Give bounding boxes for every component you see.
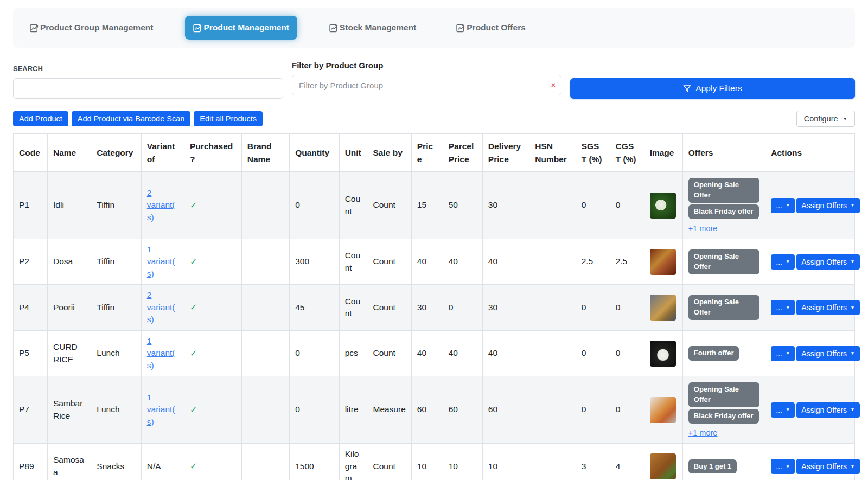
caret-down-icon: ▼ [786,203,790,208]
assign-offers-button[interactable]: Assign Offers ▼ [796,198,859,213]
apply-filters-button[interactable]: Apply Filters [570,78,855,99]
offer-badge: Black Friday offer [688,204,759,219]
cell-quantity: 0 [290,376,339,444]
assign-offers-label: Assign Offers [801,303,847,312]
tab-label: Product Offers [467,23,526,33]
variant-link[interactable]: 1 variant(s) [147,393,175,426]
assign-offers-button[interactable]: Assign Offers ▼ [796,300,859,315]
cell-parcel-price: 40 [443,239,482,285]
cell-delivery-price: 40 [482,330,529,376]
variant-link[interactable]: 2 variant(s) [147,290,175,324]
more-actions-button[interactable]: ... ▼ [771,198,795,213]
clear-filter-icon[interactable]: × [551,81,556,89]
assign-offers-label: Assign Offers [801,462,847,471]
cell-delivery-price: 30 [482,172,529,239]
cell-sgst: 0 [576,330,610,376]
cell-hsn [529,376,576,444]
more-actions-label: ... [776,462,782,471]
caret-down-icon: ▼ [786,259,790,264]
table-row: P89 Samosaa Snacks N/A ✓ 1500 Kilo gram … [14,444,855,480]
product-table-body: P1 Idli Tiffin 2 variant(s) ✓ 0 Count Co… [14,172,855,480]
cell-cgst: 0 [610,172,644,239]
variant-link[interactable]: 1 variant(s) [147,245,175,278]
caret-down-icon: ▼ [850,259,854,264]
table-row: P5 CURD RICE Lunch 1 variant(s) ✓ 0 pcs … [14,330,855,376]
actions-cell: ... ▼ Assign Offers ▼ [765,239,855,285]
cell-category: Snacks [91,444,141,480]
add-product-button[interactable]: Add Product [13,111,68,126]
more-offers-link[interactable]: +1 more [688,223,718,234]
more-actions-button[interactable]: ... ▼ [771,254,795,270]
col-sgst: SGST (%) [576,134,610,172]
cell-brand [241,239,289,285]
assign-offers-button[interactable]: Assign Offers ▼ [796,402,859,418]
cell-category: Lunch [91,376,141,444]
cell-category: Tiffin [91,285,141,330]
more-offers-link[interactable]: +1 more [688,427,718,439]
more-actions-button[interactable]: ... ▼ [771,346,795,361]
cell-hsn [529,172,576,239]
tab-stock-management[interactable]: Stock Management [321,16,424,40]
purchased-cell: ✓ [184,444,242,480]
image-cell [644,172,682,239]
col-code: Code [14,134,48,172]
tab-bar: Product Group Management Product Managem… [13,8,855,48]
search-input[interactable] [13,78,283,99]
cell-cgst: 0 [610,285,644,330]
assign-offers-button[interactable]: Assign Offers ▼ [796,346,859,361]
cell-quantity: 0 [290,172,339,239]
table-row: P2 Dosa Tiffin 1 variant(s) ✓ 300 Count … [14,239,855,285]
cell-sgst: 0 [576,172,610,239]
product-image [650,193,676,219]
variant-cell: 1 variant(s) [141,239,184,285]
cell-sale-by: Count [367,444,411,480]
add-product-barcode-button[interactable]: Add Product via Barcode Scan [72,111,190,126]
variant-link[interactable]: 1 variant(s) [147,336,175,370]
toolbar: Add Product Add Product via Barcode Scan… [13,111,855,127]
filters-section: SEARCH Filter by Product Group × Apply F… [13,61,855,99]
tab-label: Stock Management [340,23,416,33]
product-image [650,341,676,367]
assign-offers-button[interactable]: Assign Offers ▼ [796,254,859,270]
cell-brand [241,172,289,239]
check-icon: ✓ [190,349,197,358]
image-cell [644,285,682,330]
chart-icon [329,23,339,33]
col-unit: Unit [339,134,367,172]
cell-quantity: 1500 [290,444,339,480]
configure-label: Configure [804,114,838,123]
col-offers: Offers [682,134,765,172]
col-cgst: CGST (%) [610,134,644,172]
more-actions-button[interactable]: ... ▼ [771,459,795,474]
cell-cgst: 0 [610,330,644,376]
cell-category: Tiffin [91,239,141,285]
tab-product-group-management[interactable]: Product Group Management [22,16,161,40]
cell-delivery-price: 30 [482,285,529,330]
cell-unit: pcs [339,330,367,376]
assign-offers-button[interactable]: Assign Offers ▼ [796,459,859,474]
purchased-cell: ✓ [184,330,242,376]
col-actions: Actions [765,134,855,172]
more-actions-button[interactable]: ... ▼ [771,402,795,418]
cell-price: 15 [411,172,443,239]
col-quantity: Quantity [290,134,339,172]
assign-offers-label: Assign Offers [801,406,847,414]
check-icon: ✓ [190,201,197,210]
edit-all-products-button[interactable]: Edit all Products [194,111,263,126]
more-actions-button[interactable]: ... ▼ [771,300,795,315]
variant-link[interactable]: 2 variant(s) [147,188,175,222]
tab-product-offers[interactable]: Product Offers [448,16,534,40]
variant-cell: N/A [141,444,184,480]
col-category: Category [91,134,141,172]
configure-dropdown-button[interactable]: Configure ▼ [796,111,855,127]
col-delivery-price: Delivery Price [482,134,529,172]
product-image [650,453,676,479]
cell-quantity: 45 [290,285,339,330]
offers-cell: Opening Sale OfferBlack Friday offer+1 m… [682,172,765,239]
product-group-filter-input[interactable] [292,75,561,95]
cell-sale-by: Count [367,172,411,239]
purchased-cell: ✓ [184,376,242,444]
tab-product-management[interactable]: Product Management [185,16,297,40]
cell-cgst: 2.5 [610,239,644,285]
image-cell [644,376,682,444]
